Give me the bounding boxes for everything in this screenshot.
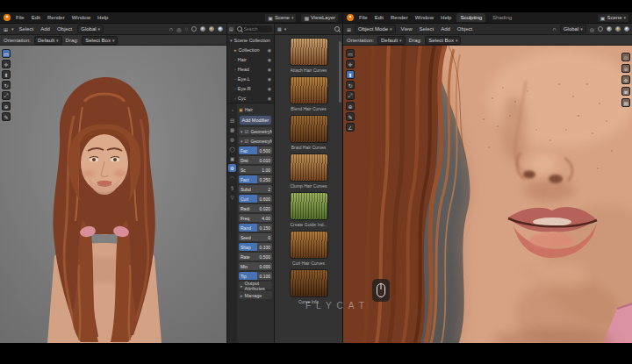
menu-window[interactable]: Window	[413, 14, 435, 21]
blender-logo-icon[interactable]	[347, 14, 354, 21]
editor-type-icon[interactable]: ⊞	[347, 26, 351, 32]
scene-selector[interactable]: ▣ Scene ▾	[264, 13, 297, 23]
outliner-search-input[interactable]	[244, 26, 270, 32]
assets-scrollbar[interactable]	[339, 41, 341, 103]
eye-icon[interactable]: ◉	[268, 47, 271, 53]
orientation-setting-dropdown[interactable]: Default ▾	[377, 36, 406, 45]
menu-view[interactable]: View	[399, 25, 414, 32]
scale-tool[interactable]: ⤢	[2, 91, 11, 100]
outliner-row[interactable]: ◦ Cyc ◉	[227, 93, 274, 103]
modifier-header[interactable]: ▾ ☑ GeometryNodes.001	[239, 137, 272, 145]
shading-solid-icon[interactable]	[200, 26, 205, 32]
transform-orientation-selector[interactable]: Global ▾	[77, 25, 104, 33]
modifier-param-slider[interactable]: Sc 1.00	[239, 166, 272, 174]
eye-icon[interactable]: ◉	[268, 96, 271, 101]
hair-asset-thumbnail[interactable]	[290, 192, 328, 220]
add-modifier-button[interactable]: Add Modifier	[239, 115, 272, 125]
viewport-3d-full-body[interactable]	[0, 46, 226, 343]
outliner-row[interactable]: ◦ Hair ◉	[227, 54, 274, 64]
hair-asset-thumbnail[interactable]	[290, 153, 328, 182]
pan-hand-icon[interactable]: ✥	[621, 75, 630, 84]
proportional-edit-icon[interactable]: ◎	[590, 26, 594, 32]
outliner-row[interactable]: ◦ Eye.L ◉	[227, 74, 274, 83]
menu-select[interactable]: Select	[18, 25, 36, 32]
modifier-param-slider[interactable]: Fac 0.500	[239, 146, 272, 154]
modifier-param-slider[interactable]: Rate 0.500	[239, 253, 272, 261]
menu-object[interactable]: Object	[456, 25, 474, 32]
rotate-tool[interactable]: ↻	[346, 81, 355, 89]
modifier-param-slider[interactable]: Fact 0.250	[239, 175, 272, 183]
snap-magnet-icon[interactable]: ∩	[169, 26, 173, 32]
render-properties-tab[interactable]: ◔	[228, 106, 236, 114]
menu-add[interactable]: Add	[439, 25, 452, 32]
outliner-row[interactable]: ◦ Eye.R ◉	[227, 83, 274, 93]
output-properties-tab[interactable]: ▤	[228, 116, 236, 124]
modifier-header[interactable]: ▾ ☑ GeometryNodes	[239, 127, 272, 135]
asset-item[interactable]: Clump Hair Curves	[277, 153, 341, 189]
eye-icon[interactable]: ◉	[268, 76, 271, 82]
eye-icon[interactable]: ◉	[268, 86, 271, 91]
mode-selector[interactable]: Object Mode ▾	[355, 25, 396, 33]
asset-item[interactable]: Curve Info	[277, 269, 341, 304]
asset-item[interactable]: Create Guide Ind...	[277, 192, 341, 227]
select-box-tool[interactable]: ▭	[346, 49, 355, 58]
modifier-param-slider[interactable]: Shap 0.330	[239, 243, 272, 251]
data-properties-tab[interactable]: ▽	[228, 193, 236, 201]
modifier-param-slider[interactable]: Curl 0.600	[239, 195, 272, 203]
modifier-param-slider[interactable]: Freq 4.00	[239, 214, 272, 222]
asset-item[interactable]: Attach Hair Curves	[277, 38, 341, 73]
transform-orientation-selector[interactable]: Global ▾	[560, 25, 586, 33]
cursor-tool[interactable]: ✛	[2, 60, 11, 68]
rotate-tool[interactable]: ↻	[2, 81, 11, 89]
search-icon[interactable]	[334, 26, 340, 32]
object-properties-tab[interactable]: ▣	[228, 154, 236, 162]
modifier-param-slider[interactable]: Tip 0.100	[239, 272, 272, 280]
workspace-tab-shading[interactable]: Shading	[489, 13, 515, 22]
hair-asset-thumbnail[interactable]	[290, 38, 328, 66]
scale-tool[interactable]: ⤢	[346, 91, 355, 100]
menu-window[interactable]: Window	[70, 14, 92, 21]
outliner-editor-icon[interactable]: ▤	[229, 26, 233, 32]
hair-asset-thumbnail[interactable]	[290, 269, 328, 297]
shading-rendered-icon[interactable]	[218, 26, 223, 32]
modifier-param-slider[interactable]: Min 0.000	[239, 262, 272, 270]
manage-section[interactable]: ▸ Manage	[239, 291, 272, 299]
physics-properties-tab[interactable]: ◠	[228, 174, 236, 182]
hair-asset-thumbnail[interactable]	[290, 76, 328, 104]
viewlayer-selector[interactable]: ▦ ViewLayer	[300, 13, 339, 23]
modifier-param-slider[interactable]: Rand 0.150	[239, 224, 272, 232]
constraints-properties-tab[interactable]: §	[228, 183, 236, 191]
menu-help[interactable]: Help	[96, 14, 110, 21]
blender-logo-icon[interactable]	[4, 14, 11, 21]
menu-add[interactable]: Add	[39, 25, 52, 32]
eye-icon[interactable]: ◉	[268, 57, 271, 62]
annotate-tool[interactable]: ✎	[346, 112, 355, 121]
shading-material-icon[interactable]	[615, 26, 621, 32]
zoom-icon[interactable]: ⊕	[621, 64, 630, 73]
grid-view-icon[interactable]: ▦	[277, 26, 282, 32]
nav-gizmo-icon[interactable]: ◎	[621, 53, 630, 61]
snap-magnet-icon[interactable]: ∩	[553, 26, 557, 32]
outliner-row[interactable]: ▸ Collection ◉	[227, 45, 274, 54]
workspace-tab-sculpting[interactable]: Sculpting	[456, 13, 485, 22]
modifier-param-slider[interactable]: Seed 0	[239, 233, 272, 241]
move-tool[interactable]: ⬍	[346, 70, 355, 79]
menu-help[interactable]: Help	[439, 14, 453, 21]
checkbox-checked-icon[interactable]: ☑	[245, 129, 249, 134]
outliner-root-row[interactable]: ▾ Scene Collection	[227, 35, 274, 45]
select-box-tool[interactable]: ▭	[2, 49, 11, 58]
output-attributes-section[interactable]: ▸ Output Attributes	[239, 282, 272, 289]
modifier-param-slider[interactable]: Dist 0.010	[239, 156, 272, 164]
viewlayer-properties-tab[interactable]: ▦	[228, 125, 236, 133]
annotate-tool[interactable]: ✎	[2, 112, 11, 121]
overlays-icon[interactable]: ◌	[184, 26, 188, 32]
menu-select[interactable]: Select	[417, 25, 435, 32]
cursor-tool[interactable]: ✛	[346, 60, 355, 68]
hair-asset-thumbnail[interactable]	[290, 115, 328, 143]
asset-item[interactable]: Curl Hair Curves	[277, 231, 341, 266]
modifier-param-slider[interactable]: Subd 2	[239, 185, 272, 193]
checkbox-checked-icon[interactable]: ☑	[245, 139, 249, 144]
camera-view-icon[interactable]: ▣	[621, 87, 630, 96]
menu-edit[interactable]: Edit	[30, 14, 42, 21]
menu-render[interactable]: Render	[46, 14, 67, 21]
